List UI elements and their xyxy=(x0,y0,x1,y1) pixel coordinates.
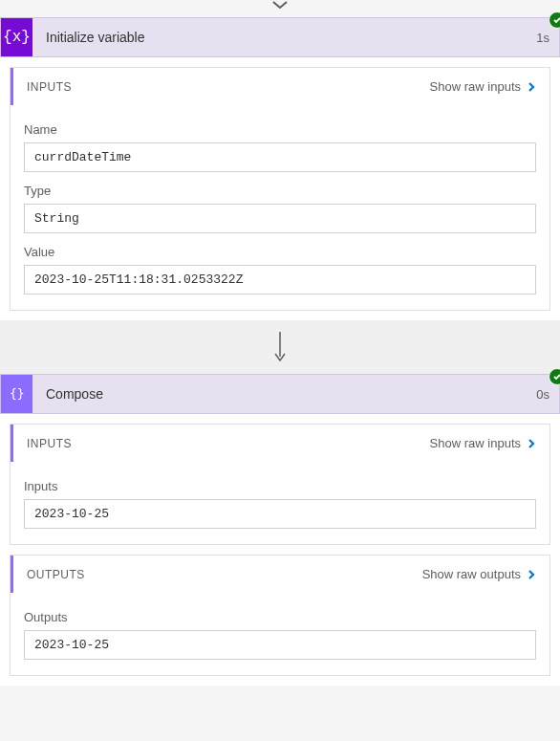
inputs-section-header: INPUTS Show raw inputs xyxy=(11,68,549,105)
connector-arrow-middle xyxy=(0,324,560,370)
connector-gap xyxy=(0,320,560,374)
field-value-value: 2023-10-25T11:18:31.0253322Z xyxy=(24,265,536,294)
field-inputs: Inputs 2023-10-25 xyxy=(24,479,536,529)
variable-icon: {x} xyxy=(1,18,32,56)
field-label-outputs: Outputs xyxy=(24,610,536,624)
chevron-right-icon xyxy=(527,568,536,581)
inputs-body: Name currdDateTime Type String Value 202… xyxy=(11,105,549,310)
inputs-section: INPUTS Show raw inputs Inputs 2023-10-25 xyxy=(10,424,550,545)
inputs-header-label: INPUTS xyxy=(27,437,72,450)
field-value: Value 2023-10-25T11:18:31.0253322Z xyxy=(24,245,536,294)
inputs-section-header: INPUTS Show raw inputs xyxy=(11,425,549,462)
action-header-compose[interactable]: {} Compose 0s xyxy=(0,374,560,414)
outputs-section: OUTPUTS Show raw outputs Outputs 2023-10… xyxy=(10,555,550,676)
show-raw-inputs-link[interactable]: Show raw inputs xyxy=(430,79,536,94)
inputs-container: INPUTS Show raw inputs Name currdDateTim… xyxy=(0,57,560,320)
show-raw-inputs-link[interactable]: Show raw inputs xyxy=(430,436,536,450)
chevron-right-icon xyxy=(527,80,536,94)
field-label-value: Value xyxy=(24,245,536,259)
field-value-inputs: 2023-10-25 xyxy=(24,499,536,529)
compose-sections: INPUTS Show raw inputs Inputs 2023-10-25… xyxy=(0,414,560,686)
success-badge-icon xyxy=(549,368,560,385)
outputs-body: Outputs 2023-10-25 xyxy=(11,593,549,675)
outputs-header-label: OUTPUTS xyxy=(27,568,85,581)
action-compose: {} Compose 0s INPUTS Show raw inputs Inp… xyxy=(0,374,560,686)
svg-text:{}: {} xyxy=(10,386,25,401)
field-outputs: Outputs 2023-10-25 xyxy=(24,610,536,660)
inputs-section: INPUTS Show raw inputs Name currdDateTim… xyxy=(10,67,550,311)
action-header-initialize-variable[interactable]: {x} Initialize variable 1s xyxy=(0,17,560,57)
show-raw-outputs-link[interactable]: Show raw outputs xyxy=(422,567,536,581)
outputs-section-header: OUTPUTS Show raw outputs xyxy=(11,556,549,593)
action-title: Compose xyxy=(32,375,527,413)
field-name: Name currdDateTime xyxy=(24,122,536,172)
compose-icon: {} xyxy=(1,375,32,413)
connector-arrow-top xyxy=(0,0,560,17)
field-type: Type String xyxy=(24,184,536,233)
chevron-right-icon xyxy=(527,437,536,450)
success-badge-icon xyxy=(549,11,560,29)
inputs-header-label: INPUTS xyxy=(27,80,72,94)
field-label-inputs: Inputs xyxy=(24,479,536,493)
action-title: Initialize variable xyxy=(32,18,527,56)
field-value-outputs: 2023-10-25 xyxy=(24,630,536,660)
field-value-type: String xyxy=(24,204,536,233)
field-label-name: Name xyxy=(24,122,536,137)
inputs-body: Inputs 2023-10-25 xyxy=(11,462,549,544)
field-value-name: currdDateTime xyxy=(24,142,536,172)
action-initialize-variable: {x} Initialize variable 1s INPUTS Show r… xyxy=(0,17,560,320)
field-label-type: Type xyxy=(24,184,536,198)
